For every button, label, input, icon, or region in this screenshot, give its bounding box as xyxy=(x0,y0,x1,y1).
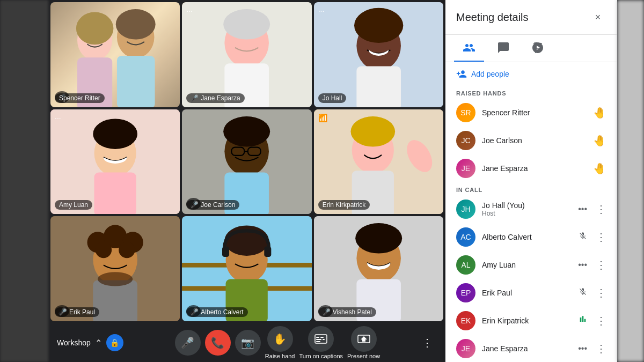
avatar-jane-r: JE xyxy=(456,159,475,178)
bars-icon-erin xyxy=(579,315,587,326)
mic-button[interactable]: 🎤 xyxy=(175,330,201,356)
video-tile-9[interactable]: 🎤 🎤 Vishesh Patel xyxy=(314,216,443,321)
tile-9-label: 🎤 Vishesh Patel xyxy=(318,307,376,317)
video-tile-6[interactable]: 📶 Erin Kirkpatrick xyxy=(314,109,443,215)
name-erik: Erik Paul xyxy=(482,289,572,297)
more-icon-jo[interactable]: ⋮ xyxy=(596,203,606,216)
in-call-item-erin[interactable]: EK Erin Kirpatrick ⋮ xyxy=(445,307,617,335)
more-icon-alberto[interactable]: ⋮ xyxy=(596,231,606,243)
tile-3-name: Jo Hall xyxy=(323,94,342,102)
tab-chat[interactable] xyxy=(488,35,518,62)
right-blur-panel xyxy=(617,0,644,362)
add-people-button[interactable]: Add people xyxy=(445,62,617,86)
shield-button[interactable]: 🔒 xyxy=(106,334,123,351)
in-call-item-jane[interactable]: JE Jane Esparza ••• ⋮ xyxy=(445,335,617,362)
svg-rect-17 xyxy=(94,172,136,214)
more-icon-erik[interactable]: ⋮ xyxy=(596,286,606,299)
video-tile-7[interactable]: 🎤 🎤 Erik Paul xyxy=(50,216,180,321)
video-tile-3[interactable]: ··· Jo Hall xyxy=(314,2,443,107)
svg-rect-13 xyxy=(356,67,401,107)
in-call-item-jo[interactable]: JH Jo Hall (You) Host ••• ⋮ xyxy=(445,195,617,223)
svg-point-18 xyxy=(93,119,137,149)
avatar-jo: JH xyxy=(456,200,475,219)
svg-point-22 xyxy=(224,116,270,147)
name-jo: Jo Hall (You) xyxy=(482,201,572,210)
chevron-up-icon[interactable]: ⌃ xyxy=(95,338,102,348)
avatar-spencer: SR xyxy=(456,103,475,122)
video-grid: 🎤 Spencer Ritter ··· 🎤 Jane Esparza xyxy=(48,0,445,323)
svg-point-39 xyxy=(98,272,133,286)
raise-hand-action[interactable]: ✋ Raise hand xyxy=(265,326,295,359)
tile-6-name: Erin Kirkpatrick xyxy=(323,201,366,209)
video-tile-1[interactable]: 🎤 Spencer Ritter xyxy=(50,2,180,107)
dots-icon-amy[interactable]: ••• xyxy=(578,260,587,270)
svg-point-14 xyxy=(354,8,403,43)
video-tile-2[interactable]: ··· 🎤 Jane Esparza xyxy=(182,2,311,107)
video-tile-8[interactable]: 🎤 🎤 Alberto Calvert xyxy=(182,216,311,321)
name-jane-r: Jane Esparza xyxy=(482,164,587,173)
panel-title: Meeting details xyxy=(456,11,529,24)
present-button[interactable] xyxy=(351,326,377,352)
more-icon-erin[interactable]: ⋮ xyxy=(596,314,606,327)
avatar-erin: EK xyxy=(456,311,475,330)
hand-icon-jane: 🤚 xyxy=(593,162,606,175)
raise-hand-button[interactable]: ✋ xyxy=(267,326,293,352)
svg-rect-56 xyxy=(323,339,325,340)
avatar-joe: JC xyxy=(456,131,475,150)
jane-c-info: Jane Esparza xyxy=(482,344,572,353)
name-alberto: Alberto Calvert xyxy=(482,233,572,241)
amy-info: Amy Luan xyxy=(482,261,572,269)
in-call-item-amy[interactable]: AL Amy Luan ••• ⋮ xyxy=(445,251,617,279)
dots-icon-jo[interactable]: ••• xyxy=(578,204,587,214)
in-call-item-erik[interactable]: EP Erik Paul ⋮ xyxy=(445,279,617,307)
raised-hand-item-joe[interactable]: JC Joe Carlson 🤚 xyxy=(445,127,617,154)
svg-rect-33 xyxy=(93,280,137,321)
jo-info: Jo Hall (You) Host xyxy=(482,201,572,217)
tile-5-label: 🎤 Joe Carlson xyxy=(186,200,239,210)
avatar-amy: AL xyxy=(456,255,475,275)
meeting-details-panel: Meeting details × xyxy=(445,0,617,362)
present-action[interactable]: Present now xyxy=(347,326,380,359)
tile-9-name: Vishesh Patel xyxy=(333,308,372,316)
captions-button[interactable] xyxy=(308,326,334,352)
svg-point-37 xyxy=(96,242,112,258)
captions-label: Turn on captions xyxy=(299,353,343,359)
in-call-item-alberto[interactable]: AC Alberto Calvert ⋮ xyxy=(445,223,617,251)
svg-rect-55 xyxy=(316,339,321,340)
end-call-button[interactable]: 📞 xyxy=(205,330,231,356)
alberto-info: Alberto Calvert xyxy=(482,233,572,241)
avatar-erik: EP xyxy=(456,283,475,302)
raised-hand-item-jane[interactable]: JE Jane Esparza 🤚 xyxy=(445,154,617,182)
tab-activities[interactable] xyxy=(523,35,553,62)
tile-8-label: 🎤 Alberto Calvert xyxy=(186,307,247,317)
raise-hand-label: Raise hand xyxy=(265,353,295,359)
panel-header: Meeting details × xyxy=(445,0,617,35)
more-icon-amy[interactable]: ⋮ xyxy=(596,258,606,271)
captions-action[interactable]: Turn on captions xyxy=(299,326,343,359)
present-label: Present now xyxy=(347,353,380,359)
participant-list: RAISED HANDS SR Spencer Ritter 🤚 JC Joe … xyxy=(445,86,617,362)
add-people-label: Add people xyxy=(471,70,509,78)
more-icon-jane-c[interactable]: ⋮ xyxy=(596,342,606,355)
camera-button[interactable]: 📷 xyxy=(235,330,261,356)
in-call-section-label: IN CALL xyxy=(445,182,617,195)
svg-rect-57 xyxy=(316,341,320,342)
name-joe: Joe Carlson xyxy=(482,136,587,145)
video-tile-5[interactable]: 🎤 🎤 Joe Carlson xyxy=(182,109,311,215)
mute-icon-erik xyxy=(579,287,587,298)
name-jane-c: Jane Esparza xyxy=(482,344,572,353)
toolbar-left: Workshop ⌃ 🔒 xyxy=(57,334,137,351)
tile-3-dots: ··· xyxy=(318,6,325,15)
toolbar-right: ⋮ xyxy=(418,332,437,353)
mute-icon-alberto xyxy=(579,232,587,242)
svg-point-10 xyxy=(224,9,270,40)
tab-people[interactable] xyxy=(454,35,484,62)
panel-close-button[interactable]: × xyxy=(589,9,606,26)
video-tile-4[interactable]: ··· Amy Luan xyxy=(50,109,180,215)
svg-rect-54 xyxy=(320,337,324,338)
more-options-button[interactable]: ⋮ xyxy=(418,332,437,353)
panel-tabs xyxy=(445,35,617,62)
svg-point-51 xyxy=(355,223,402,254)
dots-icon-jane-c[interactable]: ••• xyxy=(578,344,587,353)
raised-hand-item-spencer[interactable]: SR Spencer Ritter 🤚 xyxy=(445,99,617,127)
